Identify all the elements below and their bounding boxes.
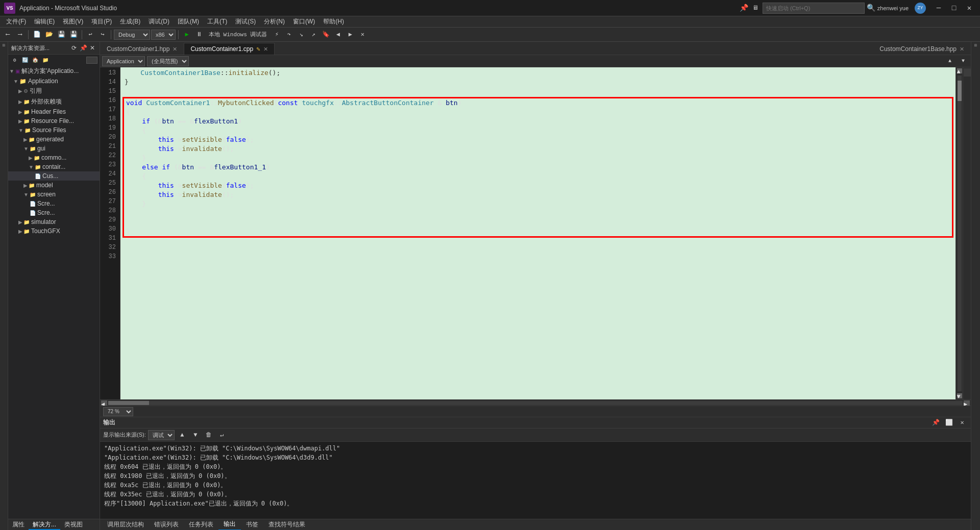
tree-touchgfx[interactable]: ▶ 📁 TouchGFX bbox=[8, 226, 100, 236]
sidebar-home-btn[interactable]: 🏠 bbox=[31, 56, 40, 65]
menu-tools[interactable]: 工具(T) bbox=[203, 16, 231, 27]
sidebar-refresh-btn[interactable]: 🔄 bbox=[20, 56, 30, 65]
scroll-thumb[interactable] bbox=[958, 81, 962, 101]
menu-edit[interactable]: 编辑(E) bbox=[30, 16, 59, 27]
tree-solution[interactable]: ▼ ▣ 解决方案'Applicatio... bbox=[8, 66, 100, 77]
close-button[interactable]: ✕ bbox=[963, 2, 976, 15]
sidebar-tab-props[interactable]: 属性 bbox=[8, 519, 29, 530]
output-text-area[interactable]: "Application.exe"(Win32): 已卸载 "C:\Window… bbox=[100, 442, 971, 519]
toolbar-back[interactable]: ⟵ bbox=[2, 29, 13, 40]
menu-analyze[interactable]: 分析(N) bbox=[260, 16, 289, 27]
toolbar-redo[interactable]: ↪ bbox=[97, 29, 108, 40]
tree-source[interactable]: ▼ 📁 Source Files bbox=[8, 125, 100, 135]
toolbar-save-all[interactable]: 💾 bbox=[68, 29, 79, 40]
tree-resource[interactable]: ▶ 📁 Resource File... bbox=[8, 116, 100, 125]
tree-model[interactable]: ▶ 📁 model bbox=[8, 181, 100, 190]
tree-customcontainer[interactable]: 📄 Cus... bbox=[8, 171, 100, 181]
menu-test[interactable]: 测试(S) bbox=[231, 16, 260, 27]
toolbar-save[interactable]: 💾 bbox=[56, 29, 67, 40]
toolbar-new[interactable]: 📄 bbox=[31, 29, 42, 40]
sidebar-tab-solution[interactable]: 解决方... bbox=[29, 519, 60, 530]
sidebar-collapse-btn[interactable]: 📁 bbox=[41, 56, 50, 65]
sidebar-pin-button[interactable]: 📌 bbox=[79, 44, 87, 52]
tree-simulator[interactable]: ▶ 📁 simulator bbox=[8, 217, 100, 226]
horizontal-scrollbar[interactable]: ◀ ▶ bbox=[100, 399, 971, 406]
scroll-down-btn[interactable]: ▼ bbox=[958, 56, 969, 67]
output-wrap-btn[interactable]: ↵ bbox=[216, 430, 228, 441]
output-up-btn[interactable]: ▲ bbox=[177, 430, 188, 441]
toolbar-attach[interactable]: ⚡ bbox=[271, 29, 282, 40]
restore-button[interactable]: □ bbox=[947, 2, 961, 15]
scroll-up-arrow[interactable]: ▲ bbox=[957, 68, 962, 73]
tree-common[interactable]: ▶ 📁 commo... bbox=[8, 153, 100, 162]
sidebar-close-button[interactable]: ✕ bbox=[88, 44, 96, 52]
toolbar-step-over[interactable]: ↷ bbox=[283, 29, 295, 40]
output-clear-btn[interactable]: 🗑 bbox=[203, 430, 214, 441]
toolbar-bookmark-next[interactable]: ▶ bbox=[345, 29, 356, 40]
menu-team[interactable]: 团队(M) bbox=[174, 16, 203, 27]
tab-cpp-close[interactable]: ✕ bbox=[263, 46, 268, 53]
output-pin-btn[interactable]: 📌 bbox=[930, 417, 941, 428]
tree-headers[interactable]: ▶ 📁 Header Files bbox=[8, 107, 100, 116]
tab-cpp[interactable]: CustomContainer1.cpp ✎ ✕ bbox=[184, 43, 275, 55]
menu-file[interactable]: 文件(F) bbox=[2, 16, 30, 27]
tree-generated[interactable]: ▶ 📁 generated bbox=[8, 135, 100, 144]
sidebar-tab-class[interactable]: 类视图 bbox=[60, 519, 87, 530]
menu-build[interactable]: 生成(B) bbox=[116, 16, 144, 27]
sidebar-props-btn[interactable]: ⚙ bbox=[10, 56, 19, 65]
tree-application[interactable]: ▼ 📁 Application bbox=[8, 77, 100, 86]
tree-screen[interactable]: ▼ 📁 screen bbox=[8, 190, 100, 199]
tab-base-hpp[interactable]: CustomContainer1Base.hpp ✕ bbox=[873, 43, 971, 55]
scroll-left-arrow[interactable]: ◀ bbox=[101, 400, 107, 406]
output-close-btn[interactable]: ✕ bbox=[957, 417, 968, 428]
sidebar-search-input[interactable] bbox=[86, 57, 97, 64]
tab-hpp-close[interactable]: ✕ bbox=[173, 46, 177, 53]
menu-debug[interactable]: 调试(D) bbox=[144, 16, 174, 27]
output-source-select[interactable]: 调试 bbox=[148, 430, 175, 440]
scroll-down-arrow[interactable]: ▼ bbox=[957, 393, 962, 398]
sidebar-sync-button[interactable]: ⟳ bbox=[70, 44, 78, 52]
zoom-select[interactable]: 72 % 100 % bbox=[103, 407, 133, 416]
tab-hpp[interactable]: CustomContainer1.hpp ✕ bbox=[100, 43, 184, 55]
menu-help[interactable]: 帮助(H) bbox=[319, 16, 348, 27]
toolbar-step-out[interactable]: ↗ bbox=[308, 29, 319, 40]
tree-container[interactable]: ▼ 📁 contair... bbox=[8, 162, 100, 171]
bottom-tab-errors[interactable]: 错误列表 bbox=[149, 519, 184, 530]
tab-base-close[interactable]: ✕ bbox=[960, 46, 964, 53]
h-scroll-thumb[interactable] bbox=[108, 401, 149, 405]
toolbar-undo[interactable]: ↩ bbox=[85, 29, 96, 40]
scroll-up-btn[interactable]: ▲ bbox=[944, 56, 955, 67]
scroll-right-arrow[interactable]: ▶ bbox=[964, 400, 970, 406]
toolbar-bookmark[interactable]: 🔖 bbox=[320, 29, 331, 40]
menu-view[interactable]: 视图(V) bbox=[59, 16, 87, 27]
output-down-btn[interactable]: ▼ bbox=[190, 430, 201, 441]
vertical-scrollbar[interactable]: ▲ ▼ bbox=[955, 67, 963, 399]
toolbar-open[interactable]: 📂 bbox=[43, 29, 55, 40]
toolbar-forward[interactable]: ⟶ bbox=[14, 29, 26, 40]
toolbar-pause[interactable]: ⏸ bbox=[193, 29, 205, 40]
code-view[interactable]: CustomContainer1Base::initialize(); } vo… bbox=[120, 67, 955, 399]
quick-launch-input[interactable] bbox=[763, 3, 865, 14]
bottom-tab-output[interactable]: 输出 bbox=[218, 519, 241, 530]
tree-scre1[interactable]: 📄 Scre... bbox=[8, 199, 100, 208]
debug-config-select[interactable]: Debug Release bbox=[114, 30, 150, 40]
toolbar-step-in[interactable]: ↘ bbox=[296, 29, 307, 40]
tree-external[interactable]: ▶ 📁 外部依赖项 bbox=[8, 96, 100, 107]
h-scroll-track[interactable] bbox=[108, 401, 963, 405]
start-debug-button[interactable]: ▶ bbox=[181, 29, 192, 40]
tree-scre2[interactable]: 📄 Scre... bbox=[8, 208, 100, 217]
platform-select[interactable]: x86 x64 bbox=[151, 30, 176, 40]
class-selector[interactable]: Application bbox=[102, 56, 145, 66]
bottom-tab-tasks[interactable]: 任务列表 bbox=[184, 519, 218, 530]
scroll-track[interactable] bbox=[958, 75, 962, 391]
tree-ref[interactable]: ▶ ⚙ 引用 bbox=[8, 86, 100, 96]
menu-project[interactable]: 项目(P) bbox=[87, 16, 116, 27]
bottom-tab-callhier[interactable]: 调用层次结构 bbox=[102, 519, 149, 530]
menu-window[interactable]: 窗口(W) bbox=[289, 16, 319, 27]
tree-gui[interactable]: ▼ 📁 gui bbox=[8, 144, 100, 153]
method-selector[interactable]: (全局范围) bbox=[147, 56, 189, 66]
bottom-tab-find[interactable]: 查找符号结果 bbox=[263, 519, 310, 530]
toolbar-bookmark-clear[interactable]: ✕ bbox=[357, 29, 368, 40]
toolbar-bookmark-prev[interactable]: ◀ bbox=[332, 29, 344, 40]
minimize-button[interactable]: ─ bbox=[932, 2, 945, 15]
